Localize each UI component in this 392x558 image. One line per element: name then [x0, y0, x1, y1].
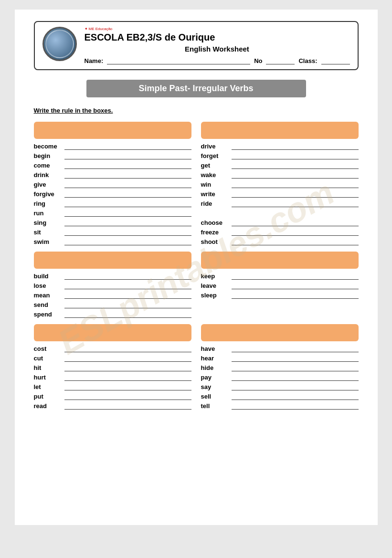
- verb-answer-line[interactable]: [64, 191, 191, 198]
- header-text: ✦ ME Educação ESCOLA EB2,3/S de Ourique …: [85, 27, 350, 64]
- verb-label: spend: [34, 311, 64, 318]
- group1-right-header: [201, 122, 359, 139]
- section-row-2: build lose mean send spend: [34, 252, 359, 320]
- section-row-1: become begin come drink give forgive: [34, 122, 359, 248]
- verb-label: build: [34, 273, 64, 280]
- verb-answer-line[interactable]: [232, 292, 359, 299]
- verb-answer-line[interactable]: [232, 220, 359, 226]
- verb-answer-line[interactable]: [232, 172, 359, 179]
- verb-answer-line[interactable]: [232, 365, 359, 371]
- verb-answer-line[interactable]: [64, 210, 191, 217]
- verb-answer-line[interactable]: [64, 162, 191, 169]
- verb-row: freeze: [201, 229, 359, 236]
- verb-answer-line[interactable]: [232, 153, 359, 159]
- group1-right: drive forget get wake win write: [201, 122, 359, 248]
- verb-answer-line[interactable]: [64, 311, 191, 318]
- verb-label: mean: [34, 292, 64, 299]
- verb-answer-line[interactable]: [232, 162, 359, 169]
- verb-answer-line[interactable]: [232, 283, 359, 289]
- verb-label: drive: [201, 143, 232, 150]
- verb-answer-line[interactable]: [64, 292, 191, 299]
- section-row-3: cost cut hit hurt let put: [34, 324, 359, 412]
- group1-left: become begin come drink give forgive: [34, 122, 191, 248]
- verb-answer-line[interactable]: [64, 365, 191, 371]
- verb-row: come: [34, 162, 191, 169]
- verb-label: cut: [34, 355, 64, 362]
- spacer-line: [232, 210, 359, 217]
- verb-row: have: [201, 345, 359, 352]
- verb-row: mean: [34, 292, 191, 299]
- verb-answer-line[interactable]: [232, 181, 359, 188]
- edu-label: ✦ ME Educação: [85, 27, 350, 31]
- verb-label: hit: [34, 364, 64, 371]
- verb-row: forgive: [34, 190, 191, 198]
- verb-label: have: [201, 345, 232, 352]
- verb-answer-line[interactable]: [64, 220, 191, 226]
- verb-answer-line[interactable]: [232, 374, 359, 381]
- verb-row: ride: [201, 200, 359, 207]
- verb-answer-line[interactable]: [232, 393, 359, 400]
- verb-label: shoot: [201, 238, 232, 245]
- verb-label: hurt: [34, 374, 64, 381]
- group3-right: have hear hide pay say sell: [201, 324, 359, 412]
- verb-label: drink: [34, 171, 64, 179]
- instruction: Write the rule in the boxes.: [34, 107, 359, 114]
- verb-row: spend: [34, 311, 191, 318]
- school-name: ESCOLA EB2,3/S de Ourique: [85, 32, 350, 43]
- header: ✦ ME Educação ESCOLA EB2,3/S de Ourique …: [34, 21, 359, 70]
- no-input-line[interactable]: [266, 57, 295, 64]
- verb-row: hear: [201, 355, 359, 362]
- verb-answer-line[interactable]: [232, 273, 359, 280]
- verb-answer-line[interactable]: [64, 229, 191, 236]
- verb-label: freeze: [201, 229, 232, 236]
- verb-label: say: [201, 383, 232, 390]
- verb-answer-line[interactable]: [64, 346, 191, 352]
- verb-answer-line[interactable]: [232, 191, 359, 198]
- verb-answer-line[interactable]: [64, 239, 191, 245]
- verb-answer-line[interactable]: [64, 273, 191, 280]
- verb-row: swim: [34, 238, 191, 245]
- verb-answer-line[interactable]: [64, 143, 191, 150]
- verb-label: forgive: [34, 190, 64, 198]
- verb-answer-line[interactable]: [64, 172, 191, 179]
- verb-row: shoot: [201, 238, 359, 245]
- worksheet-page: ESLprintables.com ✦ ME Educação ESCOLA E…: [15, 10, 378, 525]
- verb-answer-line[interactable]: [64, 374, 191, 381]
- name-label: Name:: [85, 57, 104, 64]
- verb-answer-line[interactable]: [64, 393, 191, 400]
- verb-label: sell: [201, 393, 232, 400]
- verb-row: [201, 210, 359, 217]
- verb-label: pay: [201, 374, 232, 381]
- verb-answer-line[interactable]: [232, 384, 359, 390]
- verb-answer-line[interactable]: [64, 181, 191, 188]
- verb-answer-line[interactable]: [64, 355, 191, 362]
- verb-label: get: [201, 162, 232, 169]
- verb-answer-line[interactable]: [232, 346, 359, 352]
- verb-label: read: [34, 402, 64, 410]
- class-input-line[interactable]: [321, 57, 350, 64]
- verb-row: wake: [201, 171, 359, 179]
- verb-answer-line[interactable]: [232, 239, 359, 245]
- verb-answer-line[interactable]: [232, 229, 359, 236]
- verb-answer-line[interactable]: [64, 302, 191, 308]
- verb-row: get: [201, 162, 359, 169]
- verb-row: build: [34, 273, 191, 280]
- main-title: Simple Past- Irregular Verbs: [86, 80, 306, 97]
- verb-label: write: [201, 190, 232, 198]
- verb-answer-line[interactable]: [64, 200, 191, 207]
- verb-answer-line[interactable]: [232, 355, 359, 362]
- verb-label: sit: [34, 229, 64, 236]
- verb-answer-line[interactable]: [232, 403, 359, 410]
- verb-answer-line[interactable]: [64, 403, 191, 410]
- verb-answer-line[interactable]: [232, 200, 359, 207]
- name-row: Name: No Class:: [85, 57, 350, 64]
- group3-left-header: [34, 324, 191, 341]
- verb-answer-line[interactable]: [64, 283, 191, 289]
- verb-row: hide: [201, 364, 359, 371]
- verb-answer-line[interactable]: [64, 384, 191, 390]
- verb-answer-line[interactable]: [64, 153, 191, 159]
- name-input-line[interactable]: [107, 57, 250, 64]
- verb-answer-line[interactable]: [232, 143, 359, 150]
- verb-label: let: [34, 383, 64, 390]
- verb-row: forget: [201, 152, 359, 159]
